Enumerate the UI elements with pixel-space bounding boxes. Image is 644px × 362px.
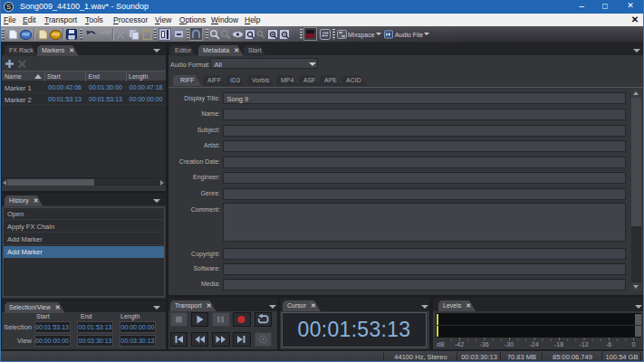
svg-text:S: S	[6, 3, 11, 11]
